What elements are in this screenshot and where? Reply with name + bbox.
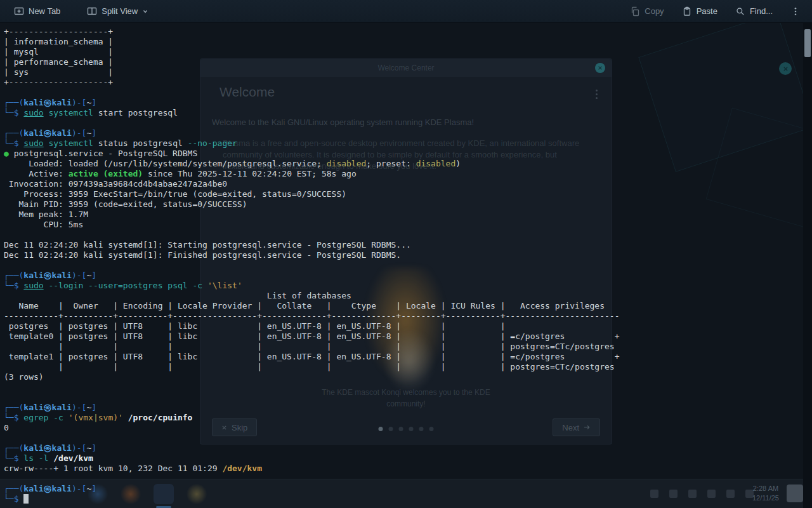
- copy-label: Copy: [645, 6, 664, 16]
- paste-button[interactable]: Paste: [677, 3, 723, 20]
- search-icon: [735, 6, 745, 17]
- new-tab-icon: [14, 6, 24, 17]
- scrollbar[interactable]: [803, 23, 812, 508]
- overflow-menu-button[interactable]: [785, 3, 806, 20]
- split-view-label: Split View: [102, 6, 138, 16]
- paste-label: Paste: [697, 6, 717, 16]
- copy-button[interactable]: Copy: [625, 3, 669, 20]
- find-button[interactable]: Find...: [730, 3, 778, 20]
- terminal-output[interactable]: +--------------------+| information_sche…: [0, 23, 803, 508]
- scrollbar-thumb[interactable]: [804, 29, 811, 57]
- new-tab-button[interactable]: New Tab: [9, 3, 65, 20]
- chevron-down-icon: [142, 8, 148, 15]
- copy-icon: [630, 6, 640, 17]
- kebab-menu-icon: [790, 6, 801, 17]
- paste-icon: [682, 6, 692, 17]
- terminal-toolbar: New Tab Split View Copy Paste Find...: [0, 0, 812, 23]
- find-label: Find...: [750, 6, 773, 16]
- new-tab-label: New Tab: [29, 6, 60, 16]
- split-view-icon: [87, 6, 97, 17]
- split-view-button[interactable]: Split View: [82, 3, 154, 20]
